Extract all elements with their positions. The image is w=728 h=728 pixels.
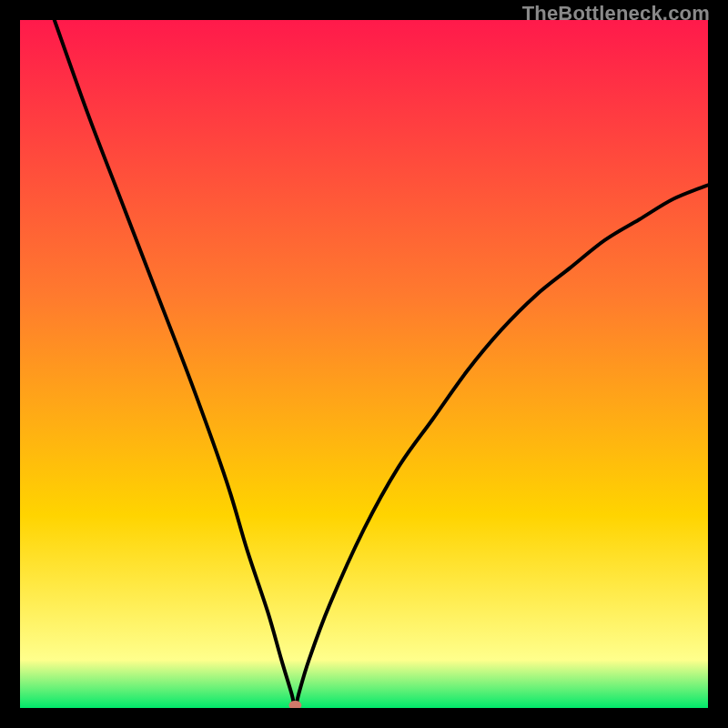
chart-frame: TheBottleneck.com [0,0,728,728]
gradient-background [20,20,708,708]
bottleneck-chart [20,20,708,708]
